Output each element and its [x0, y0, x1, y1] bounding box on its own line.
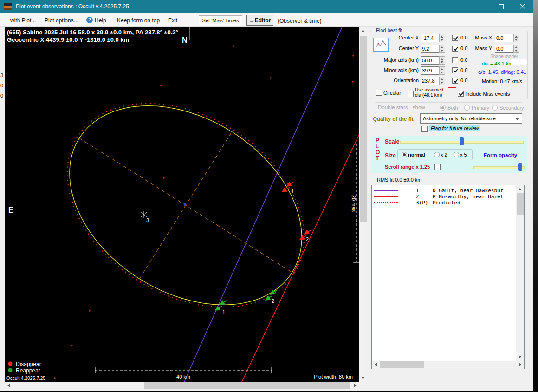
predicted-line-sample — [374, 202, 398, 203]
minimize-button[interactable] — [469, 0, 490, 13]
chord-1-line-sample — [374, 190, 398, 191]
orientation-spinner[interactable] — [439, 77, 445, 85]
use-assumed-checkbox[interactable] — [408, 91, 414, 97]
list-horizontal-scrollbar[interactable] — [372, 361, 524, 369]
major-axis-input[interactable] — [421, 56, 439, 65]
field-stars — [54, 45, 354, 379]
miss-line-sample — [448, 87, 456, 88]
disappear-legend-dot — [8, 362, 13, 366]
mass-y-input[interactable] — [495, 45, 513, 53]
major-axis-fit-checkbox[interactable] — [452, 57, 458, 63]
scroll-range-label: Scroll range x 1.25 — [385, 164, 430, 170]
list-hscroll-thumb[interactable] — [380, 361, 424, 368]
mass-y-spinner[interactable] — [513, 45, 519, 53]
list-vscroll-thumb[interactable] — [517, 193, 524, 215]
scroll-up-icon[interactable] — [361, 30, 365, 32]
plot-horizontal-scrollbar[interactable] — [5, 382, 359, 390]
scale-slider-thumb[interactable] — [460, 137, 464, 145]
size-x2-radio[interactable] — [434, 152, 440, 157]
reappear-marker-1[interactable] — [215, 301, 227, 310]
mass-x-spinner[interactable] — [513, 34, 519, 42]
size-normal-label: normal — [408, 152, 425, 157]
center-y-fit-checkbox[interactable] — [452, 46, 458, 52]
size-radio-group: normal x 2 x 5 — [397, 149, 473, 160]
list-item[interactable]: 2 P Nosworthy, near Hazel — [372, 194, 524, 200]
observation-name: Predicted — [433, 200, 460, 206]
scroll-range-slider-track[interactable] — [473, 166, 525, 169]
help-icon[interactable]: ? — [86, 17, 93, 23]
plot-hscroll-thumb[interactable] — [144, 382, 350, 389]
reappear-legend-label: Reappear — [16, 367, 40, 374]
double-stars-title: Double stars - show — [378, 105, 425, 110]
include-miss-checkbox[interactable] — [458, 91, 464, 97]
orientation-error: 0.0 — [460, 78, 467, 83]
plot-letter-t: T — [376, 155, 379, 162]
center-x-spinner[interactable] — [439, 34, 445, 42]
minor-axis-spinner[interactable] — [439, 66, 445, 75]
flag-review-checkbox[interactable] — [421, 126, 428, 132]
form-opacity-link[interactable]: Form opacity — [484, 152, 517, 158]
quality-dropdown[interactable]: Astrometry only. No reliable size — [420, 113, 522, 124]
minor-axis-input[interactable] — [421, 66, 439, 75]
control-panel: Find best fit Center X 0.0 Mass X — [368, 27, 533, 391]
minor-axis-fit-checkbox[interactable] — [452, 67, 458, 73]
scroll-down-icon[interactable] — [518, 356, 522, 358]
title-bar[interactable]: Plot event observations : Occult v.4.202… — [0, 0, 533, 13]
major-axis-spinner[interactable] — [439, 56, 445, 65]
center-y-spinner[interactable] — [439, 45, 445, 53]
desktop-background: Plot event observations : Occult v.4.202… — [0, 0, 538, 392]
scroll-range-slider-thumb[interactable] — [518, 163, 522, 171]
scroll-right-icon[interactable] — [354, 384, 357, 387]
edge-clipped-digit: 3 — [0, 72, 3, 78]
scroll-up-icon[interactable] — [518, 188, 522, 190]
circular-label: Circular — [383, 90, 401, 96]
center-x-fit-checkbox[interactable] — [452, 35, 458, 41]
scroll-left-icon[interactable] — [7, 384, 10, 387]
close-button[interactable] — [512, 0, 533, 13]
quality-value: Astrometry only. No reliable size — [423, 116, 496, 121]
chord-2-line — [242, 135, 359, 382]
plot-canvas[interactable]: 3 1 2 1 — [5, 27, 359, 382]
center-mark — [184, 203, 186, 206]
size-x5-radio[interactable] — [454, 152, 459, 157]
shape-model-label: Shape model — [490, 54, 518, 59]
double-stars-secondary-radio[interactable] — [492, 105, 498, 111]
orientation-fit-checkbox[interactable] — [452, 78, 458, 84]
list-vertical-scrollbar[interactable] — [516, 185, 524, 361]
plot-letter-o: O — [376, 149, 380, 156]
plot-vscroll-thumb[interactable] — [360, 36, 367, 222]
observations-listbox[interactable]: 1 D Gault, near Hawkesbur 2 P Nosworthy,… — [371, 185, 525, 369]
double-stars-primary-radio[interactable] — [464, 105, 470, 111]
size-x2-label: x 2 — [441, 152, 447, 157]
editor-button[interactable]: →Editor — [246, 15, 273, 26]
minor-axis-label: Minor axis (km) — [375, 67, 419, 73]
observer-time-label[interactable]: {Observer & time} — [278, 18, 322, 24]
maximize-button[interactable] — [490, 0, 512, 13]
chord-1-line — [184, 27, 342, 382]
scroll-right-icon[interactable] — [519, 363, 521, 366]
disappear-legend-label: Disappear — [16, 361, 41, 367]
scroll-range-checkbox[interactable] — [434, 164, 441, 170]
circular-checkbox[interactable] — [376, 90, 382, 96]
menu-exit[interactable]: Exit — [168, 17, 177, 24]
menu-with-plot[interactable]: with Plot... — [10, 17, 36, 24]
center-y-input[interactable] — [421, 45, 439, 53]
observation-number: 1 — [416, 188, 419, 194]
list-item[interactable]: 1 D Gault, near Hawkesbur — [372, 188, 524, 194]
orientation-input[interactable] — [421, 77, 439, 85]
double-stars-both-label: Both — [447, 105, 458, 111]
scroll-down-icon[interactable] — [361, 377, 365, 379]
set-miss-times-button[interactable]: Set 'Miss' Times — [199, 15, 242, 25]
scroll-left-icon[interactable] — [375, 363, 377, 366]
list-item[interactable]: 3(P) Predicted — [372, 200, 524, 206]
major-axis-error: 0.0 — [460, 57, 467, 63]
reappear-legend-dot — [8, 368, 13, 372]
menu-help[interactable]: Help — [95, 17, 106, 24]
center-x-input[interactable] — [421, 34, 439, 42]
menu-plot-options[interactable]: Plot options... — [45, 17, 78, 24]
mass-x-input[interactable] — [495, 34, 513, 42]
double-stars-both-radio[interactable] — [440, 105, 446, 111]
menu-keep-on-top[interactable]: Keep form on top — [117, 17, 160, 24]
size-normal-radio[interactable] — [402, 152, 407, 157]
plot-vertical-scrollbar[interactable] — [359, 27, 367, 382]
